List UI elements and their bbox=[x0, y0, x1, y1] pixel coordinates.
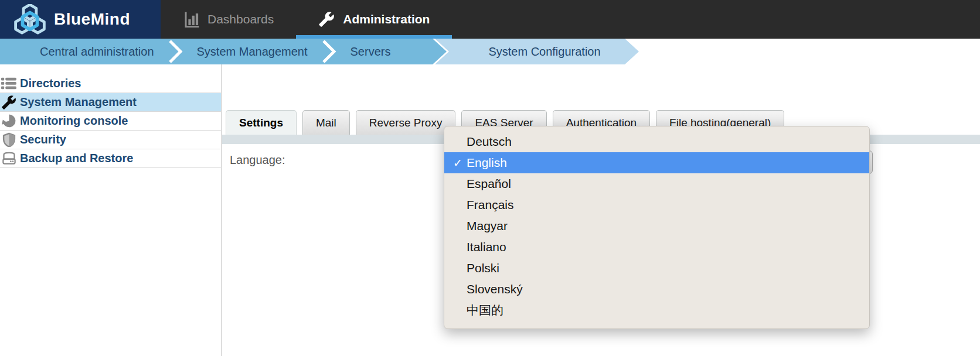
breadcrumb-servers[interactable]: Servers bbox=[351, 45, 391, 59]
breadcrumb-current-segment[interactable]: System Configuration bbox=[435, 39, 639, 64]
directories-list-icon bbox=[1, 76, 17, 92]
breadcrumb-system-configuration: System Configuration bbox=[488, 45, 600, 59]
language-option-italiano[interactable]: ✓ Italiano bbox=[444, 237, 869, 258]
breadcrumb-central-administration[interactable]: Central administration bbox=[40, 45, 154, 59]
shield-icon bbox=[1, 132, 17, 148]
tab-settings[interactable]: Settings bbox=[226, 110, 297, 135]
option-label: Magyar bbox=[467, 219, 508, 233]
nav-administration[interactable]: Administration bbox=[296, 0, 452, 39]
language-label: Language: bbox=[230, 153, 285, 167]
option-label: Deutsch bbox=[467, 135, 512, 149]
language-option-chinese[interactable]: ✓ 中国的 bbox=[444, 300, 869, 321]
hard-drive-icon bbox=[1, 150, 17, 167]
sidebar-item-backup-and-restore[interactable]: Backup and Restore bbox=[0, 149, 221, 168]
breadcrumb-band: Central administration System Management… bbox=[0, 39, 447, 64]
sidebar-item-directories[interactable]: Directories bbox=[0, 74, 221, 93]
brand-name: BlueMind bbox=[54, 10, 130, 29]
option-label: English bbox=[467, 156, 507, 170]
language-option-magyar[interactable]: ✓ Magyar bbox=[444, 215, 869, 237]
sidebar-item-label: Directories bbox=[20, 77, 81, 90]
checkmark-icon: ✓ bbox=[451, 156, 464, 170]
language-option-deutsch[interactable]: ✓ Deutsch bbox=[444, 131, 869, 152]
option-label: Slovenský bbox=[467, 282, 523, 296]
top-navigation: Dashboards Administration bbox=[161, 0, 452, 39]
main-content: Settings Mail Reverse Proxy EAS Server A… bbox=[222, 64, 980, 356]
tab-reverse-proxy[interactable]: Reverse Proxy bbox=[356, 110, 456, 135]
option-label: Français bbox=[467, 198, 514, 212]
language-option-slovensky[interactable]: ✓ Slovenský bbox=[444, 279, 869, 300]
sidebar-item-security[interactable]: Security bbox=[0, 131, 221, 149]
sidebar-list: Directories System Management Monit bbox=[0, 74, 221, 168]
nav-administration-label: Administration bbox=[343, 12, 430, 26]
sidebar-item-label: Monitoring console bbox=[20, 114, 128, 128]
chevron-right-icon bbox=[322, 40, 336, 63]
bluemind-hexagons-icon bbox=[12, 4, 48, 35]
language-option-english[interactable]: ✓ English bbox=[444, 152, 869, 173]
language-dropdown-menu: ✓ Deutsch ✓ English ✓ Español ✓ Français… bbox=[444, 126, 870, 329]
breadcrumb: Central administration System Management… bbox=[0, 39, 980, 64]
nav-dashboards[interactable]: Dashboards bbox=[161, 0, 296, 39]
bluemind-admin-screen: BlueMind Dashboards bbox=[0, 0, 980, 356]
bar-chart-icon bbox=[183, 11, 200, 28]
sidebar-item-system-management[interactable]: System Management bbox=[0, 93, 221, 112]
language-option-espanol[interactable]: ✓ Español bbox=[444, 173, 869, 194]
pie-chart-icon bbox=[1, 113, 17, 129]
option-label: 中国的 bbox=[467, 302, 503, 319]
wrench-icon bbox=[1, 94, 17, 111]
option-label: Español bbox=[467, 177, 511, 191]
bluemind-logo[interactable]: BlueMind bbox=[0, 0, 161, 39]
sidebar-item-label: System Management bbox=[20, 95, 137, 109]
sidebar: Directories System Management Monit bbox=[0, 64, 222, 356]
chevron-right-icon bbox=[168, 40, 183, 63]
nav-dashboards-label: Dashboards bbox=[207, 12, 274, 26]
sidebar-item-monitoring-console[interactable]: Monitoring console bbox=[0, 112, 221, 131]
top-bar: BlueMind Dashboards bbox=[0, 0, 980, 39]
language-option-francais[interactable]: ✓ Français bbox=[444, 194, 869, 215]
tab-mail[interactable]: Mail bbox=[302, 110, 350, 135]
sidebar-item-label: Backup and Restore bbox=[20, 152, 133, 165]
language-option-polski[interactable]: ✓ Polski bbox=[444, 258, 869, 279]
option-label: Polski bbox=[467, 261, 499, 275]
option-label: Italiano bbox=[467, 240, 506, 254]
breadcrumb-system-management[interactable]: System Management bbox=[197, 45, 308, 59]
sidebar-item-label: Security bbox=[20, 133, 66, 146]
wrench-icon bbox=[318, 11, 336, 28]
